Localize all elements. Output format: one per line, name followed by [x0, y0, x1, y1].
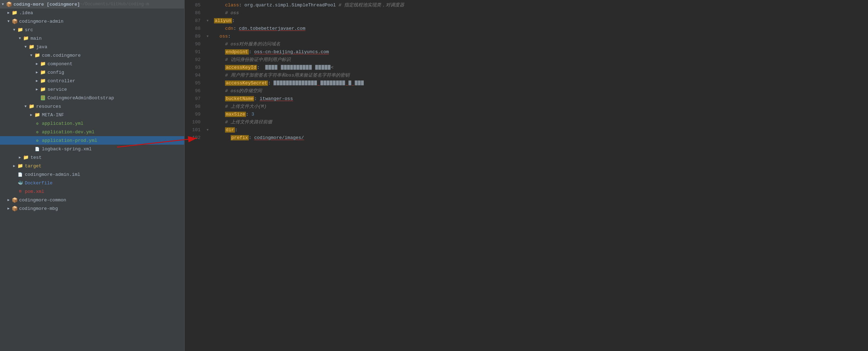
- sidebar-item-codingmore-bootstrap[interactable]: CCodingmoreAdminBootstrap: [0, 94, 184, 102]
- expand-arrow[interactable]: ▶: [17, 155, 23, 160]
- sidebar-item-label: target: [25, 163, 42, 169]
- expand-arrow[interactable]: ▶: [6, 206, 11, 211]
- code-line: # oss的存储空间: [214, 87, 868, 95]
- editor-content: 858687888990919293949596979899100101102▼…: [185, 0, 868, 351]
- sidebar-item-label: config: [48, 70, 64, 75]
- highlighted-key: accessKeyId: [225, 65, 257, 70]
- line-number: 88: [185, 25, 200, 33]
- sidebar-item-test[interactable]: ▶📁test: [0, 153, 184, 162]
- line-number: 99: [185, 111, 200, 118]
- gutter-item: [204, 103, 211, 111]
- expand-arrow[interactable]: ▶: [34, 79, 40, 83]
- sidebar-item-main[interactable]: ▼📁main: [0, 34, 184, 43]
- yaml-key: oss: [220, 34, 228, 39]
- gutter-item: [204, 111, 211, 118]
- sidebar-item-application-prod-yml[interactable]: ⚙application-prod.yml: [0, 136, 184, 145]
- blurred-underlined-value: ██████████████ ████████ █ ███: [274, 80, 364, 86]
- file-icon: 📄: [34, 146, 40, 152]
- indent-space: [214, 65, 225, 70]
- expand-arrow[interactable]: ▶: [6, 11, 11, 15]
- sidebar-item-label: pom.xml: [25, 189, 44, 194]
- gutter-item: [204, 56, 211, 64]
- underlined-value: codingmore/images/: [254, 135, 304, 140]
- sidebar-item-com-codingmore[interactable]: ▼📁com.codingmore: [0, 51, 184, 60]
- sidebar-item-codingmore-mbg[interactable]: ▶📦codingmore-mbg: [0, 204, 184, 213]
- code-line: maxSize: 3: [214, 111, 868, 118]
- sidebar-item-java[interactable]: ▼📁java: [0, 43, 184, 51]
- sidebar-item-pom-xml[interactable]: mpom.xml: [0, 187, 184, 196]
- sidebar-item-meta-inf[interactable]: ▶📁META-INF: [0, 111, 184, 119]
- sidebar-item-component[interactable]: ▶📁component: [0, 60, 184, 68]
- sidebar-item-codingmore-admin[interactable]: ▼📦codingmore-admin: [0, 17, 184, 26]
- plain-text: :: [249, 135, 254, 140]
- file-icon: 📦: [6, 1, 12, 7]
- underlined-value: itwanger-oss: [260, 96, 293, 101]
- expand-arrow[interactable]: ▼: [17, 37, 23, 40]
- expand-arrow[interactable]: ▶: [34, 62, 40, 66]
- expand-arrow[interactable]: ▼: [28, 54, 34, 57]
- code-line: dir:: [214, 126, 868, 134]
- code-line: # oss对外服务的访问域名: [214, 40, 868, 48]
- indent-space: [214, 41, 225, 47]
- sidebar-item-controller[interactable]: ▶📁controller: [0, 77, 184, 85]
- sidebar-item-resources[interactable]: ▼📁resources: [0, 102, 184, 111]
- expand-arrow[interactable]: ▼: [6, 20, 11, 23]
- gutter-item: ▼: [204, 33, 211, 40]
- indent-space: [214, 96, 225, 101]
- plain-text: :: [235, 127, 238, 133]
- yaml-key: class: [225, 2, 239, 8]
- plain-text: :: [232, 18, 235, 23]
- file-icon: ⚙: [34, 120, 40, 127]
- indent-space: [214, 73, 225, 78]
- expand-arrow[interactable]: ▼: [23, 45, 28, 49]
- expand-arrow[interactable]: ▼: [0, 2, 6, 6]
- highlighted-key: maxSize: [225, 112, 246, 117]
- expand-arrow[interactable]: ▶: [28, 113, 34, 117]
- code-comment: # 用户用于加密签名字符串和oss用来验证签名字符串的密钥: [225, 73, 350, 78]
- sidebar-item-codingmore-common[interactable]: ▶📦codingmore-common: [0, 196, 184, 204]
- line-number: 95: [185, 79, 200, 87]
- line-number: 85: [185, 1, 200, 9]
- indent-space: [214, 88, 225, 94]
- sidebar-item-application-yml[interactable]: ⚙application.yml: [0, 119, 184, 128]
- code-line: # 访问身份验证中用到用户标识: [214, 56, 868, 64]
- expand-arrow[interactable]: ▶: [11, 164, 17, 168]
- sidebar-item-label: service: [48, 87, 67, 92]
- sidebar-item-application-dev-yml[interactable]: ⚙application-dev.yml: [0, 128, 184, 136]
- code-line: # 用户用于加密签名字符串和oss用来验证签名字符串的密钥: [214, 72, 868, 79]
- indent-space: [214, 10, 225, 16]
- gutter-item: [204, 87, 211, 95]
- line-number: 96: [185, 87, 200, 95]
- sidebar-item-service[interactable]: ▶📁service: [0, 85, 184, 94]
- code-comment: # 访问身份验证中用到用户标识: [225, 57, 291, 62]
- gutter-item: ▼: [204, 17, 211, 25]
- sidebar-item-label: java: [36, 44, 47, 50]
- expand-arrow[interactable]: ▼: [11, 28, 17, 32]
- sidebar-item-logback-spring-xml[interactable]: 📄logback-spring.xml: [0, 145, 184, 153]
- file-icon: 📁: [40, 78, 46, 84]
- expand-arrow[interactable]: ▼: [23, 105, 28, 108]
- code-line: # 上传文件大小(M): [214, 103, 868, 111]
- expand-arrow[interactable]: ▶: [34, 87, 40, 91]
- sidebar-item-dockerfile[interactable]: 🐳Dockerfile: [0, 179, 184, 187]
- sidebar-item-target[interactable]: ▶📁target: [0, 162, 184, 170]
- sidebar-item-src[interactable]: ▼📁src: [0, 26, 184, 34]
- line-number: 102: [185, 134, 200, 142]
- file-icon: m: [17, 188, 23, 195]
- sidebar-item-config[interactable]: ▶📁config: [0, 68, 184, 77]
- yaml-key: cdn: [225, 26, 233, 31]
- highlighted-key: prefix: [231, 135, 249, 140]
- gutter-item: [204, 118, 211, 126]
- file-icon: 📁: [40, 61, 46, 67]
- file-icon: 📁: [23, 154, 29, 161]
- indent-space: [214, 127, 225, 133]
- file-icon: 📦: [11, 18, 18, 24]
- expand-arrow[interactable]: ▶: [34, 70, 40, 74]
- sidebar-item-label: application-dev.yml: [42, 129, 94, 135]
- sidebar-item-idea-folder[interactable]: ▶📁.idea: [0, 9, 184, 17]
- sidebar-item-coding-more-root[interactable]: ▼📦coding-more [codingmore] ~/Documents/G…: [0, 0, 184, 9]
- file-icon: 📁: [28, 103, 35, 110]
- expand-arrow[interactable]: ▶: [6, 198, 11, 202]
- sidebar-item-codingmore-admin-iml[interactable]: 📄codingmore-admin.iml: [0, 170, 184, 179]
- gutter-item: [204, 9, 211, 17]
